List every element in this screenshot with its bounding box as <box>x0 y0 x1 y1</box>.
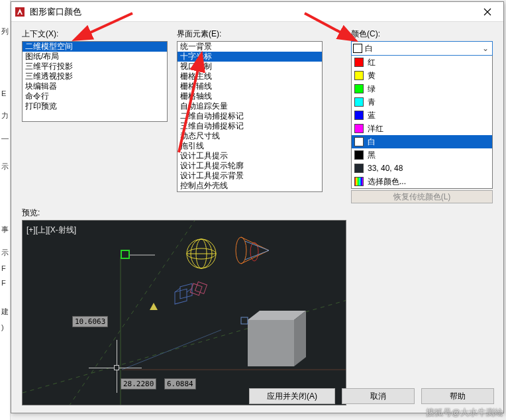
close-button[interactable] <box>474 3 501 21</box>
context-item[interactable]: 二维模型空间 <box>23 42 167 52</box>
element-item[interactable]: 三维自动捕捉标记 <box>177 121 322 131</box>
color-select[interactable]: 白 ⌄ <box>351 41 493 56</box>
cancel-button[interactable]: 取消 <box>342 388 415 404</box>
element-listbox[interactable]: 统一背景十字光标视口控制栅格主线栅格辅线栅格轴线自动追踪矢量二维自动捕捉标记三维… <box>177 41 323 192</box>
element-item[interactable]: 设计工具提示 <box>177 151 322 161</box>
color-option-label: 选择颜色... <box>368 176 406 187</box>
color-option-label: 蓝 <box>368 110 376 121</box>
help-button[interactable]: 帮助 <box>421 388 494 404</box>
svg-line-16 <box>245 241 269 250</box>
selected-color-swatch <box>353 44 362 53</box>
element-item[interactable]: 设计工具提示轮廓 <box>177 161 322 171</box>
color-option[interactable]: 蓝 <box>352 109 492 122</box>
element-item[interactable]: 控制点外壳线 <box>177 181 322 191</box>
element-item[interactable]: 栅格轴线 <box>177 91 322 101</box>
context-listbox[interactable]: 二维模型空间图纸/布局三维平行投影三维透视投影块编辑器命令行打印预览 <box>22 41 168 122</box>
svg-line-14 <box>241 237 269 250</box>
snap-marker <box>121 250 130 259</box>
color-label: 颜色(C): <box>351 28 493 40</box>
close-icon <box>483 8 491 16</box>
dialog-title: 图形窗口颜色 <box>30 6 474 18</box>
color-swatch <box>354 97 364 107</box>
color-option[interactable]: 青 <box>352 95 492 109</box>
element-label: 界面元素(E): <box>177 28 323 40</box>
context-item[interactable]: 三维透视投影 <box>23 72 167 81</box>
color-option-label: 33, 40, 48 <box>368 164 403 173</box>
color-option[interactable]: 洋红 <box>352 122 492 135</box>
color-swatch <box>354 177 364 186</box>
svg-rect-18 <box>175 289 187 304</box>
element-item[interactable]: 视口控制 <box>177 62 322 72</box>
color-option-label: 红 <box>368 57 376 68</box>
svg-line-6 <box>122 330 221 370</box>
svg-rect-27 <box>241 317 248 324</box>
context-label: 上下文(X): <box>22 28 168 40</box>
element-item[interactable]: 设计工具提示背景 <box>177 171 322 181</box>
color-option[interactable]: 黑 <box>352 148 492 162</box>
color-option-label: 洋红 <box>368 123 383 134</box>
context-item[interactable]: 图纸/布局 <box>23 52 167 62</box>
preview-label: 预览: <box>22 207 493 219</box>
svg-line-15 <box>241 250 269 264</box>
color-swatch <box>354 58 364 67</box>
color-option[interactable]: 白 <box>352 135 492 148</box>
element-item[interactable]: 栅格辅线 <box>177 81 322 91</box>
element-item[interactable]: 二维自动捕捉标记 <box>177 111 322 121</box>
element-item[interactable]: 统一背景 <box>177 42 322 52</box>
titlebar: 图形窗口颜色 <box>11 2 503 22</box>
color-option[interactable]: 选择颜色... <box>352 175 492 188</box>
dimension-value-2: 28.2280 <box>121 378 156 390</box>
color-option-label: 绿 <box>368 83 376 95</box>
element-item[interactable]: 十字光标 <box>177 52 322 62</box>
context-item[interactable]: 块编辑器 <box>23 81 167 91</box>
svg-rect-23 <box>195 282 207 293</box>
element-item[interactable]: 拖引线 <box>177 141 322 151</box>
dimension-value-1: 10.6063 <box>72 316 108 327</box>
svg-point-12 <box>236 237 246 264</box>
color-option-label: 白 <box>368 136 376 148</box>
color-option[interactable]: 黄 <box>352 69 492 82</box>
context-item[interactable]: 打印预览 <box>23 101 167 111</box>
color-option[interactable]: 33, 40, 48 <box>352 162 492 175</box>
color-swatch <box>354 137 364 146</box>
color-swatch <box>354 164 364 173</box>
restore-colors-button[interactable]: 恢复传统颜色(L) <box>351 190 493 203</box>
dimension-value-3: 6.0884 <box>164 378 196 390</box>
svg-marker-26 <box>294 311 306 366</box>
svg-point-13 <box>250 242 258 261</box>
svg-rect-19 <box>180 284 192 299</box>
triangle-marker <box>150 303 158 310</box>
color-option-label: 青 <box>368 97 376 108</box>
color-swatch <box>354 71 364 80</box>
preview-viewport: [+][上][X-射线] <box>22 220 346 405</box>
color-option-label: 黑 <box>368 150 376 161</box>
selected-color-text: 白 <box>365 43 373 54</box>
color-dialog: 图形窗口颜色 上下文(X): 二维模型空间图纸/布局三维平行投影三维透视投影块编… <box>11 1 504 413</box>
app-logo-icon <box>14 6 26 18</box>
color-swatch <box>354 84 364 93</box>
watermark: 搜狐号@大水牛测绘 <box>426 407 503 419</box>
color-option[interactable]: 绿 <box>352 82 492 95</box>
element-item[interactable]: 动态尺寸线 <box>177 131 322 141</box>
element-item[interactable]: 栅格主线 <box>177 72 322 81</box>
color-dropdown[interactable]: 红黄绿青蓝洋红白黑33, 40, 48选择颜色... <box>351 56 493 189</box>
color-swatch <box>354 111 364 120</box>
element-item[interactable]: 自动追踪矢量 <box>177 101 322 111</box>
color-option[interactable]: 红 <box>352 56 492 69</box>
color-swatch <box>354 150 364 160</box>
svg-marker-24 <box>248 320 294 366</box>
chevron-down-icon: ⌄ <box>480 44 491 53</box>
background-fragment: 列 E 力 — 示 事 示 F F 建 ) <box>0 0 11 420</box>
color-option-label: 黄 <box>368 70 376 81</box>
context-item[interactable]: 命令行 <box>23 91 167 101</box>
color-swatch <box>354 124 364 133</box>
apply-close-button[interactable]: 应用并关闭(A) <box>249 388 335 404</box>
context-item[interactable]: 三维平行投影 <box>23 62 167 72</box>
